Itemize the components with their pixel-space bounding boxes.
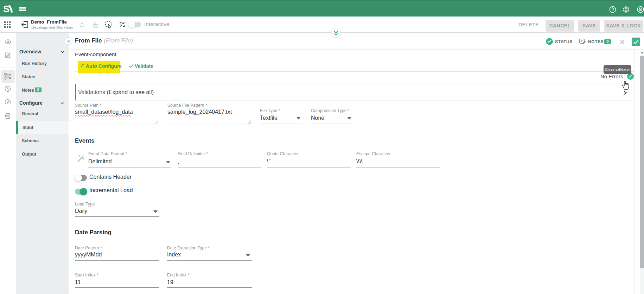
svg-text:S: S <box>3 4 9 14</box>
